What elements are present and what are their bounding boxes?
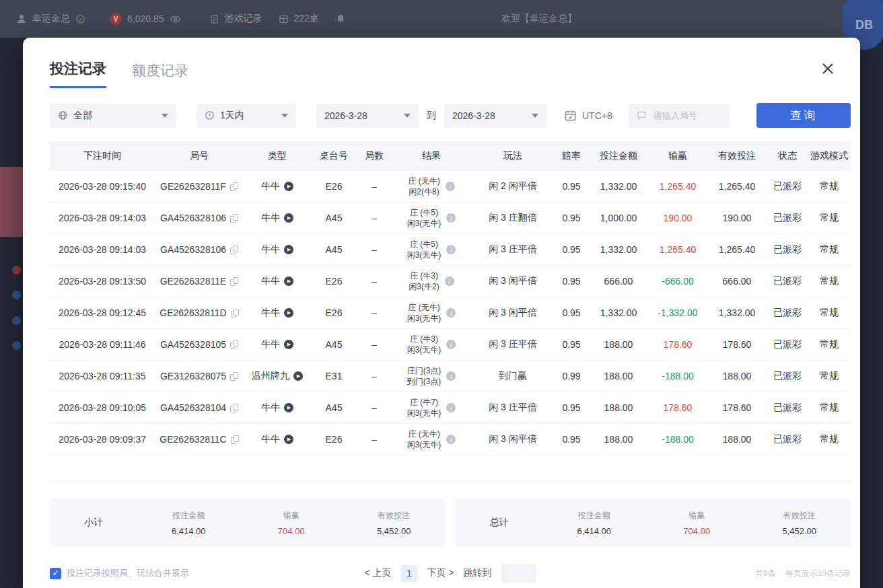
subtotal-label: 小计 <box>50 517 137 529</box>
info-icon[interactable]: i <box>446 245 456 254</box>
subtotal-bet-value: 6,414.00 <box>137 526 240 536</box>
cell-result: 庄 (无牛)闲2(牛8)i <box>392 176 471 197</box>
summary-bar: 小计 投注金额 6,414.00 输赢 704.00 有效投注 5,452.00… <box>50 499 851 547</box>
cell-bet-amount: 188.00 <box>588 402 649 413</box>
play-icon[interactable]: ▶ <box>284 182 293 191</box>
copy-icon[interactable] <box>230 246 238 254</box>
cell-odds: 0.95 <box>555 244 588 255</box>
search-button[interactable]: 查询 <box>756 103 851 128</box>
eye-icon[interactable] <box>170 13 181 25</box>
cell-odds: 0.95 <box>555 213 588 223</box>
cell-valid-bet: 190.00 <box>707 213 767 223</box>
cell-valid-bet: 1,265.40 <box>707 181 767 192</box>
info-icon[interactable]: i <box>446 340 456 349</box>
tables-nav[interactable]: 222桌 <box>279 13 319 25</box>
cell-bet-time: 2026-03-28 09:14:03 <box>50 244 155 255</box>
scope-dropdown[interactable]: 全部 <box>50 104 176 128</box>
table-row: 2026-03-28 09:11:46GA4526328105牛牛▶A45–庄 … <box>50 329 851 361</box>
balance-amount: 6,020.85 <box>127 13 164 24</box>
document-icon <box>209 14 219 24</box>
background-icon <box>12 291 21 299</box>
copy-icon[interactable] <box>231 309 239 318</box>
cell-game-type: 牛牛▶ <box>244 402 311 414</box>
cell-odds: 0.95 <box>555 276 588 287</box>
info-icon[interactable]: i <box>445 277 454 286</box>
play-icon[interactable]: ▶ <box>284 340 293 349</box>
cell-table-no: E26 <box>311 434 357 445</box>
cell-table-no: A45 <box>311 213 357 223</box>
time-range-dropdown[interactable]: 1天内 <box>197 104 296 128</box>
date-from-picker[interactable]: 2026-3-28 <box>316 104 419 128</box>
game-records-nav[interactable]: 游戏记录 <box>209 13 262 25</box>
prev-page-button[interactable]: < 上页 <box>364 567 391 579</box>
play-icon[interactable]: ▶ <box>293 371 303 381</box>
close-icon[interactable] <box>820 61 836 77</box>
info-icon[interactable]: i <box>446 403 456 412</box>
user-menu[interactable]: 幸运金总 <box>16 13 85 25</box>
merge-checkbox[interactable]: ✓ <box>50 568 61 579</box>
cell-bet-amount: 1,332.00 <box>588 307 649 318</box>
cell-table-no: A45 <box>311 402 357 413</box>
result-line-1: 庄 (牛5) <box>407 239 442 250</box>
notifications-button[interactable] <box>335 13 346 24</box>
copy-icon[interactable] <box>230 277 238 286</box>
cell-win-loss: -1,332.00 <box>649 307 707 318</box>
cell-bet-amount: 1,332.00 <box>588 181 649 192</box>
tab-quota-records[interactable]: 额度记录 <box>132 61 188 88</box>
table-row: 2026-03-28 09:13:50GE262632811E牛牛▶E26–庄 … <box>50 266 851 297</box>
copy-icon[interactable] <box>230 372 238 381</box>
copy-icon[interactable] <box>231 435 239 444</box>
subtotal-bet-label: 投注金额 <box>137 510 240 521</box>
info-icon[interactable]: i <box>446 308 456 318</box>
copy-icon[interactable] <box>230 404 238 412</box>
play-icon[interactable]: ▶ <box>284 277 293 286</box>
cell-bet-time: 2026-03-28 09:09:37 <box>50 434 155 445</box>
cell-win-loss: 190.00 <box>649 213 707 223</box>
timezone-value: UTC+8 <box>582 110 612 121</box>
result-line-1: 庄 (牛5) <box>407 207 442 218</box>
cell-bet-amount: 1,000.00 <box>588 213 649 223</box>
cell-game-type: 牛牛▶ <box>244 433 311 445</box>
copy-icon[interactable] <box>230 214 238 223</box>
info-icon[interactable]: i <box>446 213 456 223</box>
tab-bet-records[interactable]: 投注记录 <box>50 59 106 88</box>
copy-icon[interactable] <box>230 182 238 191</box>
cell-result: 庄 (牛5)闲3(无牛)i <box>392 207 471 229</box>
play-icon[interactable]: ▶ <box>284 245 293 254</box>
play-icon[interactable]: ▶ <box>284 403 293 412</box>
cell-play-type: 闲 2 闲平倍 <box>471 180 555 192</box>
column-header: 局数 <box>357 150 392 162</box>
total-bet-value: 6,414.00 <box>543 526 646 536</box>
jump-page-input[interactable] <box>501 564 536 583</box>
topbar: 幸运金总 V 6,020.85 游戏记录 <box>0 0 883 38</box>
cell-odds: 0.99 <box>555 371 588 381</box>
total-winloss-label: 输赢 <box>645 510 748 521</box>
welcome-text: 欢迎【幸运金总】 <box>501 13 577 25</box>
cell-status: 已派彩 <box>767 370 808 382</box>
result-line-1: 庄 (无牛) <box>407 429 442 439</box>
cell-result: 庄 (牛5)闲3(无牛)i <box>392 239 471 260</box>
tables-count-label: 222桌 <box>294 13 319 25</box>
cell-game-type: 牛牛▶ <box>244 180 311 192</box>
current-page-button[interactable]: 1 <box>401 565 418 582</box>
cell-table-no: E26 <box>311 276 357 287</box>
chevron-down-icon <box>404 114 411 118</box>
cell-game-mode: 常规 <box>808 338 851 351</box>
play-icon[interactable]: ▶ <box>284 435 293 444</box>
column-header: 玩法 <box>471 150 555 162</box>
cell-round-id: GE262632811F <box>155 181 244 192</box>
column-header: 输赢 <box>649 150 707 162</box>
round-number-input[interactable] <box>652 110 721 121</box>
play-icon[interactable]: ▶ <box>284 213 293 223</box>
next-page-button[interactable]: 下页 > <box>427 567 454 579</box>
timezone-control[interactable]: UTC+8 <box>564 109 612 122</box>
cell-bet-time: 2026-03-28 09:11:46 <box>50 339 155 350</box>
info-icon[interactable]: i <box>446 182 455 191</box>
info-icon[interactable]: i <box>446 435 456 444</box>
copy-icon[interactable] <box>230 340 238 349</box>
result-line-2: 闲2(牛8) <box>408 186 439 197</box>
cell-game-type: 牛牛▶ <box>244 307 311 319</box>
play-icon[interactable]: ▶ <box>284 308 293 318</box>
date-to-picker[interactable]: 2026-3-28 <box>444 104 546 128</box>
info-icon[interactable]: i <box>446 371 456 381</box>
